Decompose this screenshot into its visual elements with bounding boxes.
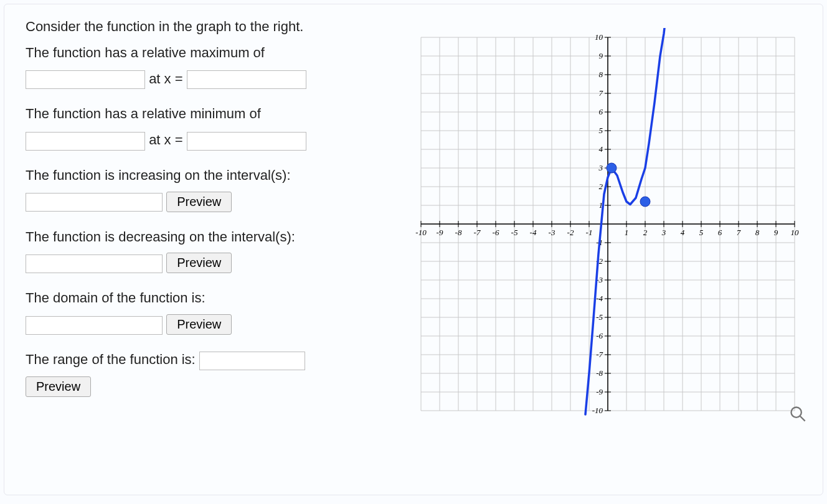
svg-text:3: 3 — [661, 228, 666, 237]
graph-column: -10-9-8-7-6-5-4-3-2-112345678910-10-9-8-… — [412, 17, 810, 480]
svg-text:-1: -1 — [586, 228, 593, 237]
decreasing-input[interactable] — [26, 254, 163, 273]
svg-text:4: 4 — [681, 228, 685, 237]
svg-text:3: 3 — [598, 163, 603, 172]
svg-text:8: 8 — [599, 70, 603, 79]
min-value-input[interactable] — [26, 132, 145, 151]
svg-text:-6: -6 — [493, 228, 499, 237]
max-inputs-row: at x = — [26, 69, 400, 90]
max-prompt: The function has a relative maximum of — [26, 43, 400, 63]
max-x-input[interactable] — [187, 70, 306, 89]
range-prompt: The range of the function is: — [26, 352, 196, 367]
svg-text:8: 8 — [755, 228, 760, 237]
svg-text:6: 6 — [599, 107, 603, 116]
range-row: Preview — [26, 376, 400, 397]
domain-row: Preview — [26, 314, 400, 335]
increasing-row: Preview — [26, 192, 400, 212]
svg-text:-5: -5 — [511, 228, 518, 237]
svg-text:10: 10 — [595, 32, 603, 42]
min-inputs-row: at x = — [26, 130, 400, 151]
svg-text:2: 2 — [643, 228, 648, 237]
max-value-input[interactable] — [26, 70, 145, 89]
svg-text:-5: -5 — [596, 312, 603, 322]
svg-text:1: 1 — [625, 228, 629, 237]
svg-text:6: 6 — [718, 228, 722, 237]
domain-group: The domain of the function is: Preview — [26, 288, 400, 335]
svg-text:10: 10 — [791, 228, 800, 237]
svg-text:-8: -8 — [596, 368, 603, 378]
min-at-label: at x = — [149, 132, 182, 147]
svg-text:-8: -8 — [455, 228, 462, 237]
question-panel: Consider the function in the graph to th… — [4, 4, 823, 495]
svg-text:-3: -3 — [549, 228, 555, 237]
svg-text:9: 9 — [599, 51, 603, 60]
svg-text:5: 5 — [699, 228, 704, 237]
question-text-column: Consider the function in the graph to th… — [26, 17, 400, 480]
domain-input[interactable] — [26, 316, 163, 335]
svg-point-125 — [640, 197, 650, 207]
svg-text:-9: -9 — [596, 387, 603, 396]
increasing-input[interactable] — [26, 193, 163, 212]
svg-text:-4: -4 — [596, 294, 603, 303]
svg-text:9: 9 — [774, 228, 778, 237]
max-at-label: at x = — [149, 71, 182, 86]
range-input[interactable] — [199, 352, 305, 370]
svg-text:-6: -6 — [596, 331, 603, 340]
svg-point-126 — [792, 408, 801, 418]
increasing-group: The function is increasing on the interv… — [26, 166, 400, 212]
svg-text:-7: -7 — [596, 350, 603, 359]
min-prompt: The function has a relative minimum of — [26, 104, 400, 124]
svg-text:4: 4 — [599, 144, 603, 154]
svg-text:-10: -10 — [592, 406, 603, 415]
increasing-prompt: The function is increasing on the interv… — [26, 166, 400, 185]
svg-text:2: 2 — [599, 182, 603, 191]
decreasing-row: Preview — [26, 253, 400, 273]
svg-point-124 — [607, 163, 617, 173]
relative-max-group: The function has a relative maximum of a… — [26, 43, 400, 89]
domain-prompt: The domain of the function is: — [26, 288, 400, 308]
range-prompt-row: The range of the function is: — [26, 350, 400, 370]
domain-preview-button[interactable]: Preview — [166, 314, 232, 335]
svg-text:-9: -9 — [437, 228, 443, 237]
function-graph: -10-9-8-7-6-5-4-3-2-112345678910-10-9-8-… — [412, 28, 804, 420]
svg-text:5: 5 — [599, 126, 603, 135]
svg-line-127 — [800, 416, 805, 421]
range-preview-button[interactable]: Preview — [26, 376, 91, 397]
intro-text: Consider the function in the graph to th… — [26, 17, 400, 37]
range-group: The range of the function is: Preview — [26, 350, 400, 397]
svg-text:7: 7 — [599, 88, 603, 98]
svg-text:-7: -7 — [474, 228, 481, 237]
svg-text:-4: -4 — [530, 228, 537, 237]
relative-min-group: The function has a relative minimum of a… — [26, 104, 400, 150]
decreasing-prompt: The function is decreasing on the interv… — [26, 227, 400, 247]
increasing-preview-button[interactable]: Preview — [166, 192, 232, 212]
decreasing-group: The function is decreasing on the interv… — [26, 227, 400, 274]
svg-text:-10: -10 — [415, 228, 427, 237]
zoom-icon[interactable] — [789, 405, 806, 422]
decreasing-preview-button[interactable]: Preview — [166, 253, 232, 273]
min-x-input[interactable] — [187, 132, 306, 151]
svg-text:7: 7 — [737, 228, 741, 237]
graph-svg: -10-9-8-7-6-5-4-3-2-112345678910-10-9-8-… — [412, 28, 804, 420]
svg-text:-2: -2 — [567, 228, 574, 237]
